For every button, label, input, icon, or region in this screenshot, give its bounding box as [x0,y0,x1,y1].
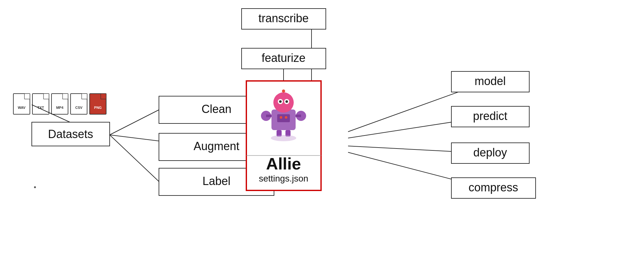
svg-text:CSV: CSV [75,106,83,109]
file-icon-mp4: MP4 [51,94,68,114]
label-label: Label [202,175,230,188]
svg-point-24 [279,100,282,103]
predict-label: predict [473,109,507,122]
svg-text:WAV: WAV [18,106,26,109]
svg-rect-32 [277,114,290,122]
model-label: model [475,75,506,88]
allie-name-label: Allie [266,155,301,173]
svg-rect-2 [24,94,30,99]
file-icon-csv: CSV [71,94,87,114]
datasets-label: Datasets [48,128,93,141]
featurize-label: featurize [262,51,305,64]
svg-point-37 [271,135,296,141]
svg-text:PNG: PNG [94,106,102,109]
svg-point-25 [285,100,288,103]
svg-rect-6 [44,94,49,99]
svg-rect-14 [82,94,87,99]
diagram: WAV TXT MP4 CSV PNG Datasets Clean Augme… [0,0,644,278]
decorative-dot [34,186,36,188]
file-icon-wav: WAV [13,94,30,114]
svg-point-27 [282,89,285,93]
svg-point-33 [280,116,282,119]
svg-rect-10 [63,94,68,99]
connector-datasets-clean [110,110,159,135]
svg-point-34 [285,116,287,119]
compress-label: compress [469,181,518,194]
svg-text:MP4: MP4 [56,106,64,109]
transcribe-label: transcribe [258,12,309,25]
svg-rect-18 [101,94,106,99]
deploy-label: deploy [473,146,507,159]
allie-settings-label: settings.json [259,174,308,183]
augment-label: Augment [194,140,239,153]
connector-datasets-label [110,135,159,182]
clean-label: Clean [202,103,231,116]
file-icon-png: PNG [90,94,106,114]
